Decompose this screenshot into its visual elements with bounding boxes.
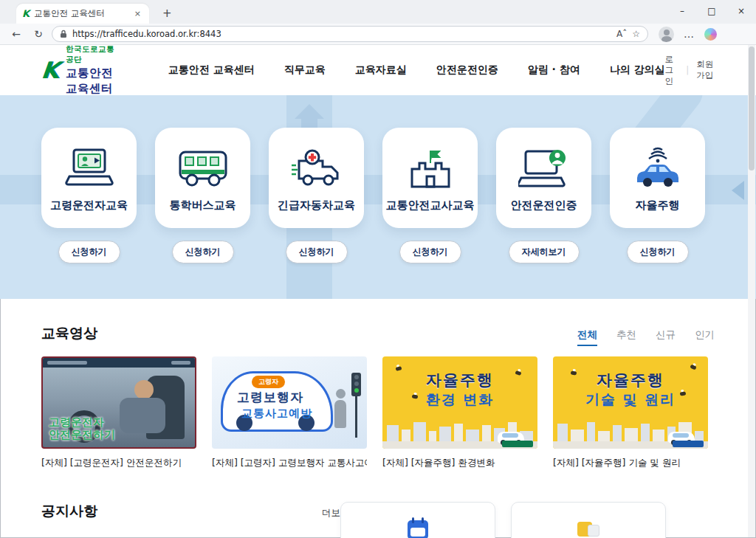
hero-card-autonomous-driving[interactable]: 자율주행 bbox=[610, 128, 705, 228]
refresh-button[interactable]: ↻ bbox=[30, 28, 47, 40]
profile-avatar[interactable] bbox=[659, 27, 674, 42]
close-button[interactable]: × bbox=[726, 0, 756, 24]
thumb-corner-label bbox=[673, 441, 704, 447]
tab-new[interactable]: 신규 bbox=[656, 328, 676, 346]
address-bar[interactable]: https://trafficedu.koroad.or.kr:8443 Aˆ … bbox=[52, 26, 648, 42]
logo-text: 한국도로교통공단 교통안전 교육센터 bbox=[66, 44, 121, 97]
video-grid: 고령운전자 안전운전하기 [자체] [고령운전자] 안전운전하기 고령자 고령보… bbox=[41, 356, 715, 469]
apply-button-teacher-education[interactable]: 신청하기 bbox=[399, 241, 461, 263]
video-thumbnail-autonomous-environment[interactable]: 자율주행 환경 변화 bbox=[382, 356, 537, 449]
road-arrow-icon bbox=[295, 104, 324, 119]
window-controls: – □ × bbox=[667, 0, 756, 24]
logo-site-name: 교통안전 교육센터 bbox=[66, 66, 121, 97]
video-caption[interactable]: [자체] [고령자] 고령보행자 교통사고예방 bbox=[212, 457, 367, 469]
back-button[interactable]: ← bbox=[7, 28, 25, 40]
notice-section: 공지사항 더보기 + (조치완료) '어린이통학버스교육' 주소검색 오류 안내… bbox=[0, 502, 756, 538]
video-filter-tabs: 전체 추천 신규 인기 bbox=[577, 328, 715, 346]
tab-close-icon[interactable]: × bbox=[132, 9, 143, 18]
tab-popular[interactable]: 인기 bbox=[695, 328, 715, 346]
video-caption[interactable]: [자체] [자율주행] 환경변화 bbox=[382, 457, 537, 469]
nav-item-my-classroom[interactable]: 나의 강의실 bbox=[610, 63, 665, 77]
new-tab-button[interactable]: + bbox=[158, 7, 176, 20]
thumb-badge: 고령자 bbox=[252, 376, 285, 388]
thumb-title: 자율주행 bbox=[553, 370, 708, 390]
thumb-title: 고령보행자 bbox=[237, 389, 303, 406]
thumb-subtitle: 교통사고예방 bbox=[241, 407, 312, 421]
quick-card-calendar[interactable] bbox=[340, 502, 495, 538]
hero-button-row: 신청하기 신청하기 신청하기 신청하기 자세히보기 신청하기 bbox=[41, 241, 705, 263]
hero-card-title: 통학버스교육 bbox=[170, 199, 236, 213]
page-scrollbar[interactable] bbox=[748, 45, 755, 537]
school-building-icon bbox=[407, 144, 454, 193]
main-navigation: 교통안전 교육센터 직무교육 교육자료실 안전운전인증 알림 · 참여 나의 강… bbox=[168, 63, 665, 77]
url-text[interactable]: https://trafficedu.koroad.or.kr:8443 bbox=[72, 29, 611, 39]
detail-button-safe-driving-cert[interactable]: 자세히보기 bbox=[509, 241, 580, 263]
hero-card-title: 교통안전교사교육 bbox=[386, 199, 475, 213]
video-card[interactable]: 자율주행 기술 및 원리 [자체] [자율주행] 기술 및 원리 bbox=[553, 356, 708, 469]
education-videos-section: 교육영상 전체 추천 신규 인기 고령운전자 안전운전하기 bbox=[0, 299, 756, 469]
carousel-prev-icon[interactable] bbox=[732, 181, 744, 200]
auth-divider: | bbox=[686, 65, 689, 75]
browser-toolbar: ← ↻ https://trafficedu.koroad.or.kr:8443… bbox=[0, 24, 756, 45]
tab-recommended[interactable]: 추천 bbox=[616, 328, 636, 346]
logo-org-name: 한국도로교통공단 bbox=[66, 44, 121, 65]
video-caption[interactable]: [자체] [자율주행] 기술 및 원리 bbox=[553, 457, 708, 469]
signup-link[interactable]: 회원가입 bbox=[696, 59, 715, 81]
hero-card-senior-driver[interactable]: 고령운전자교육 bbox=[41, 128, 137, 228]
nav-item-resources[interactable]: 교육자료실 bbox=[355, 63, 407, 77]
video-caption[interactable]: [자체] [고령운전자] 안전운전하기 bbox=[41, 457, 196, 469]
site-logo[interactable]: K 한국도로교통공단 교통안전 교육센터 bbox=[41, 44, 121, 97]
thumb-topbar bbox=[43, 358, 195, 368]
senior-driver-elearning-icon bbox=[65, 144, 114, 193]
video-card[interactable]: 자율주행 환경 변화 [자체] [자율주행] 환경변화 bbox=[382, 356, 537, 469]
hero-card-title: 자율주행 bbox=[636, 199, 680, 213]
video-thumbnail-autonomous-technology[interactable]: 자율주행 기술 및 원리 bbox=[553, 356, 708, 449]
hero-card-school-bus[interactable]: 통학버스교육 bbox=[155, 128, 250, 228]
school-bus-icon bbox=[177, 144, 229, 193]
toolbar-right-icons: … bbox=[659, 27, 717, 42]
nav-item-notice-participation[interactable]: 알림 · 참여 bbox=[528, 63, 580, 77]
calendar-icon bbox=[408, 520, 428, 538]
hero-card-safe-driving-cert[interactable]: 안전운전인증 bbox=[496, 128, 591, 228]
nav-item-safe-driving-cert[interactable]: 안전운전인증 bbox=[436, 63, 498, 77]
quick-card-documents[interactable] bbox=[511, 502, 666, 538]
apply-button-senior-driver[interactable]: 신청하기 bbox=[58, 241, 120, 263]
hero-card-title: 안전운전인증 bbox=[511, 199, 577, 213]
browser-tab[interactable]: K 교통안전 교육센터 × bbox=[16, 4, 149, 24]
site-info-lock-icon[interactable] bbox=[60, 30, 67, 38]
browser-window: K 교통안전 교육센터 × + – □ × ← ↻ https://traffi… bbox=[0, 0, 756, 538]
hero-card-title: 긴급자동차교육 bbox=[278, 199, 355, 213]
hero-card-row: 고령운전자교육 통학버스교육 긴급자동차교육 교통안전교사교육 bbox=[41, 128, 705, 228]
notice-section-title: 공지사항 bbox=[41, 502, 97, 521]
video-thumbnail-pedestrian-safety[interactable]: 고령자 고령보행자 교통사고예방 bbox=[212, 356, 367, 449]
favorite-star-icon[interactable]: ☆ bbox=[632, 29, 640, 39]
browser-menu-icon[interactable]: … bbox=[684, 28, 695, 40]
koroad-logo-icon: K bbox=[40, 59, 60, 82]
video-card[interactable]: 고령운전자 안전운전하기 [자체] [고령운전자] 안전운전하기 bbox=[41, 356, 196, 469]
site-header: K 한국도로교통공단 교통안전 교육센터 교통안전 교육센터 직무교육 교육자료… bbox=[0, 45, 756, 95]
nav-item-education-center[interactable]: 교통안전 교육센터 bbox=[168, 63, 255, 77]
thumb-subtitle: 환경 변화 bbox=[382, 390, 537, 410]
tab-all[interactable]: 전체 bbox=[577, 328, 597, 346]
hero-banner: 고령운전자교육 통학버스교육 긴급자동차교육 교통안전교사교육 bbox=[0, 95, 756, 299]
scrollbar-thumb[interactable] bbox=[749, 46, 755, 170]
video-card[interactable]: 고령자 고령보행자 교통사고예방 [자체] [고령자] 고령보행자 교통사고예방 bbox=[212, 356, 367, 469]
copilot-icon[interactable] bbox=[704, 28, 717, 41]
minimize-button[interactable]: – bbox=[667, 0, 697, 24]
videos-section-title: 교육영상 bbox=[41, 324, 97, 343]
read-aloud-icon[interactable]: Aˆ bbox=[616, 29, 627, 39]
hero-card-emergency-vehicle[interactable]: 긴급자동차교육 bbox=[269, 128, 364, 228]
nav-item-job-training[interactable]: 직무교육 bbox=[284, 63, 326, 77]
maximize-button[interactable]: □ bbox=[697, 0, 726, 24]
thumb-subtitle: 기술 및 원리 bbox=[553, 390, 708, 410]
apply-button-school-bus[interactable]: 신청하기 bbox=[172, 241, 234, 263]
certified-driver-icon bbox=[518, 144, 570, 193]
video-thumbnail-senior-driving[interactable]: 고령운전자 안전운전하기 bbox=[41, 356, 196, 449]
hero-card-teacher-education[interactable]: 교통안전교사교육 bbox=[382, 128, 478, 228]
thumb-corner-label bbox=[502, 441, 533, 447]
login-link[interactable]: 로그인 bbox=[665, 54, 679, 87]
pedestrian-graphic bbox=[334, 389, 346, 429]
apply-button-emergency-vehicle[interactable]: 신청하기 bbox=[286, 241, 348, 263]
apply-button-autonomous-driving[interactable]: 신청하기 bbox=[627, 241, 689, 263]
autonomous-car-icon bbox=[631, 144, 684, 193]
